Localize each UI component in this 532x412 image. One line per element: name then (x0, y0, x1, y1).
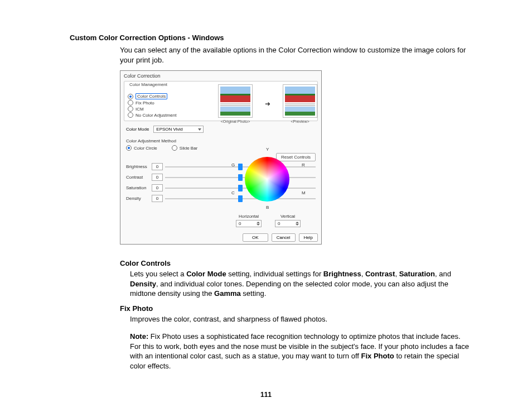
intro-text: You can select any of the available opti… (120, 45, 471, 65)
radio-label: Color Circle (134, 146, 157, 151)
slider-thumb-icon (238, 164, 243, 170)
slider-density[interactable]: Density 0 (126, 195, 316, 202)
section-fix-photo-title: Fix Photo (120, 304, 471, 313)
page-number: 111 (0, 391, 532, 399)
slider-label: Saturation (126, 185, 149, 190)
axis-r: R (302, 162, 305, 167)
axis-m: M (302, 190, 306, 195)
radio-color-circle[interactable]: Color Circle (126, 145, 157, 151)
ok-button[interactable]: OK (243, 233, 268, 242)
radio-icon (128, 100, 133, 106)
radio-slide-bar[interactable]: Slide Bar (172, 145, 197, 151)
slider-label: Contrast (126, 175, 149, 180)
radio-icon (128, 106, 133, 112)
slider-value[interactable]: 0 (152, 174, 163, 181)
color-mode-label: Color Mode (126, 127, 149, 132)
slider-thumb-icon (238, 185, 243, 191)
slider-track[interactable] (165, 177, 316, 178)
reset-controls-button[interactable]: Reset Controls (276, 153, 316, 161)
thumb-preview (283, 84, 317, 118)
dialog-screenshot: Color Correction Color Management Color … (120, 70, 322, 245)
thumb-original (218, 84, 253, 118)
vertical-spinner[interactable]: 0 (275, 220, 301, 227)
caption-preview: <Preview> (283, 119, 317, 123)
slider-track[interactable] (165, 198, 316, 199)
slider-thumb-icon (238, 195, 243, 202)
note-body: Note: Fix Photo uses a sophisticated fac… (130, 332, 471, 371)
color-wheel[interactable] (245, 157, 289, 202)
color-mode-dropdown[interactable]: EPSON Vivid (153, 126, 204, 133)
axis-c: C (231, 190, 235, 195)
slider-track[interactable] (165, 188, 316, 189)
slider-track[interactable] (165, 166, 316, 167)
axis-g: G (231, 162, 235, 167)
slider-thumb-icon (238, 174, 243, 181)
caption-original: <Original Photo> (218, 119, 253, 123)
slider-value[interactable]: 0 (152, 163, 163, 170)
section-color-controls-body: Lets you select a Color Mode setting, in… (130, 269, 471, 299)
axis-y: Y (266, 147, 269, 152)
slider-value[interactable]: 0 (152, 195, 163, 202)
radio-icon (128, 112, 133, 118)
radio-label: ICM (136, 107, 144, 112)
radio-icon (126, 145, 132, 151)
section-fix-photo-body: Improves the color, contrast, and sharpn… (130, 314, 471, 324)
cancel-button[interactable]: Cancel (272, 233, 296, 242)
slider-value[interactable]: 0 (152, 184, 163, 191)
axis-b: B (266, 205, 269, 210)
horizontal-spinner[interactable]: 0 (236, 220, 262, 227)
adj-method-label: Color Adjustment Method (126, 138, 318, 143)
page-heading: Custom Color Correction Options - Window… (70, 33, 471, 42)
radio-label: Slide Bar (180, 146, 197, 151)
radio-icon (172, 145, 177, 151)
horizontal-label: Horizontal (239, 214, 259, 219)
slider-label: Density (126, 196, 149, 201)
arrow-icon: ➜ (265, 100, 270, 108)
radio-label: No Color Adjustment (136, 113, 176, 118)
section-color-controls-title: Color Controls (120, 259, 471, 267)
radio-label: Color Controls (136, 93, 167, 99)
help-button[interactable]: Help (299, 233, 318, 242)
vertical-label: Vertical (280, 214, 295, 219)
radio-icon (128, 94, 133, 99)
group-label: Color Management (128, 82, 169, 87)
preview-pane: <Original Photo> ➜ <Preview> Y G R C M B (218, 84, 317, 123)
slider-label: Brightness (126, 164, 149, 169)
radio-label: Fix Photo (136, 100, 154, 106)
dialog-title: Color Correction (120, 71, 321, 80)
